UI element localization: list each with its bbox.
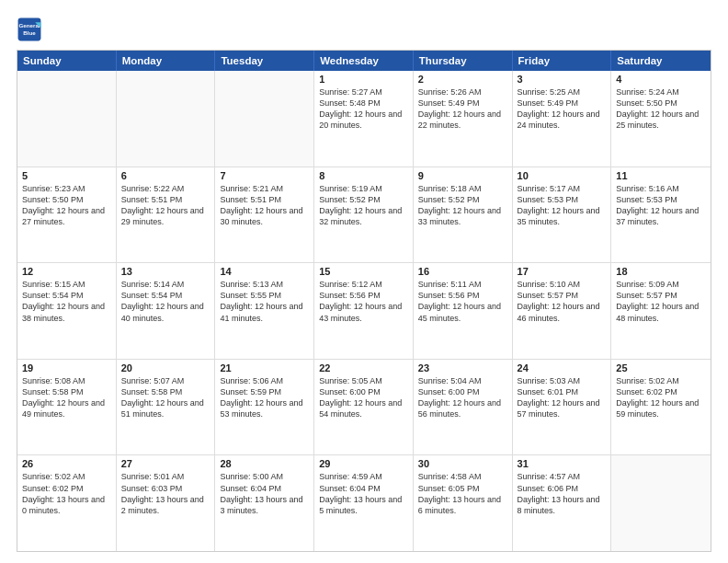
day-number: 13 bbox=[121, 266, 210, 277]
header-day-thursday: Thursday bbox=[414, 51, 513, 71]
day-cell-2: 2Sunrise: 5:26 AM Sunset: 5:49 PM Daylig… bbox=[414, 71, 513, 167]
day-number: 2 bbox=[418, 74, 507, 85]
calendar-week-2: 5Sunrise: 5:23 AM Sunset: 5:50 PM Daylig… bbox=[17, 167, 711, 264]
day-cell-empty bbox=[117, 71, 216, 167]
day-number: 23 bbox=[418, 362, 507, 373]
day-number: 26 bbox=[22, 458, 111, 469]
day-cell-30: 30Sunrise: 4:58 AM Sunset: 6:05 PM Dayli… bbox=[414, 455, 513, 551]
day-number: 20 bbox=[121, 362, 210, 373]
day-number: 3 bbox=[518, 74, 607, 85]
cell-info: Sunrise: 5:14 AM Sunset: 5:54 PM Dayligh… bbox=[121, 279, 210, 324]
day-cell-25: 25Sunrise: 5:02 AM Sunset: 6:02 PM Dayli… bbox=[611, 360, 711, 455]
cell-info: Sunrise: 5:16 AM Sunset: 5:53 PM Dayligh… bbox=[616, 183, 706, 228]
day-number: 8 bbox=[319, 170, 408, 181]
logo-icon: General Blue bbox=[17, 17, 42, 42]
day-number: 19 bbox=[22, 362, 111, 373]
cell-info: Sunrise: 5:04 AM Sunset: 6:00 PM Dayligh… bbox=[418, 375, 507, 420]
day-number: 6 bbox=[121, 170, 210, 181]
cell-info: Sunrise: 5:15 AM Sunset: 5:54 PM Dayligh… bbox=[22, 279, 111, 324]
logo: General Blue bbox=[17, 17, 46, 42]
day-cell-3: 3Sunrise: 5:25 AM Sunset: 5:49 PM Daylig… bbox=[513, 71, 612, 167]
page: General Blue SundayMondayTuesdayWednesda… bbox=[0, 0, 728, 563]
day-number: 21 bbox=[220, 362, 309, 373]
calendar-week-1: 1Sunrise: 5:27 AM Sunset: 5:48 PM Daylig… bbox=[17, 71, 711, 167]
day-cell-16: 16Sunrise: 5:11 AM Sunset: 5:56 PM Dayli… bbox=[414, 263, 513, 359]
day-number: 15 bbox=[319, 266, 408, 277]
cell-info: Sunrise: 5:01 AM Sunset: 6:03 PM Dayligh… bbox=[121, 471, 210, 516]
calendar-week-3: 12Sunrise: 5:15 AM Sunset: 5:54 PM Dayli… bbox=[17, 263, 711, 360]
day-cell-31: 31Sunrise: 4:57 AM Sunset: 6:06 PM Dayli… bbox=[513, 455, 612, 551]
day-number: 1 bbox=[319, 74, 408, 85]
day-cell-20: 20Sunrise: 5:07 AM Sunset: 5:58 PM Dayli… bbox=[117, 360, 216, 455]
day-cell-26: 26Sunrise: 5:02 AM Sunset: 6:02 PM Dayli… bbox=[17, 455, 117, 551]
header-day-friday: Friday bbox=[513, 51, 612, 71]
day-cell-17: 17Sunrise: 5:10 AM Sunset: 5:57 PM Dayli… bbox=[513, 263, 612, 359]
calendar-header: SundayMondayTuesdayWednesdayThursdayFrid… bbox=[17, 51, 711, 71]
header-day-monday: Monday bbox=[117, 51, 216, 71]
day-cell-29: 29Sunrise: 4:59 AM Sunset: 6:04 PM Dayli… bbox=[314, 455, 414, 551]
day-number: 25 bbox=[616, 362, 706, 373]
day-number: 17 bbox=[518, 266, 607, 277]
day-cell-12: 12Sunrise: 5:15 AM Sunset: 5:54 PM Dayli… bbox=[17, 263, 117, 359]
cell-info: Sunrise: 5:00 AM Sunset: 6:04 PM Dayligh… bbox=[220, 471, 309, 516]
svg-text:Blue: Blue bbox=[23, 29, 36, 36]
cell-info: Sunrise: 5:24 AM Sunset: 5:50 PM Dayligh… bbox=[616, 86, 706, 132]
cell-info: Sunrise: 5:06 AM Sunset: 5:59 PM Dayligh… bbox=[220, 375, 309, 420]
cell-info: Sunrise: 5:07 AM Sunset: 5:58 PM Dayligh… bbox=[121, 375, 210, 420]
day-number: 4 bbox=[616, 74, 706, 85]
day-number: 24 bbox=[518, 362, 607, 373]
cell-info: Sunrise: 5:02 AM Sunset: 6:02 PM Dayligh… bbox=[22, 471, 111, 516]
day-cell-11: 11Sunrise: 5:16 AM Sunset: 5:53 PM Dayli… bbox=[611, 167, 711, 263]
day-cell-24: 24Sunrise: 5:03 AM Sunset: 6:01 PM Dayli… bbox=[513, 360, 612, 455]
day-number: 27 bbox=[121, 458, 210, 469]
day-number: 29 bbox=[319, 458, 408, 469]
day-cell-23: 23Sunrise: 5:04 AM Sunset: 6:00 PM Dayli… bbox=[414, 360, 513, 455]
day-cell-10: 10Sunrise: 5:17 AM Sunset: 5:53 PM Dayli… bbox=[513, 167, 612, 263]
day-number: 11 bbox=[616, 170, 706, 181]
day-number: 10 bbox=[518, 170, 607, 181]
day-cell-27: 27Sunrise: 5:01 AM Sunset: 6:03 PM Dayli… bbox=[117, 455, 216, 551]
day-number: 28 bbox=[220, 458, 309, 469]
calendar-week-4: 19Sunrise: 5:08 AM Sunset: 5:58 PM Dayli… bbox=[17, 360, 711, 456]
day-cell-6: 6Sunrise: 5:22 AM Sunset: 5:51 PM Daylig… bbox=[117, 167, 216, 263]
day-number: 14 bbox=[220, 266, 309, 277]
day-cell-8: 8Sunrise: 5:19 AM Sunset: 5:52 PM Daylig… bbox=[314, 167, 414, 263]
day-cell-22: 22Sunrise: 5:05 AM Sunset: 6:00 PM Dayli… bbox=[314, 360, 414, 455]
day-cell-1: 1Sunrise: 5:27 AM Sunset: 5:48 PM Daylig… bbox=[314, 71, 414, 167]
day-cell-4: 4Sunrise: 5:24 AM Sunset: 5:50 PM Daylig… bbox=[611, 71, 711, 167]
cell-info: Sunrise: 5:23 AM Sunset: 5:50 PM Dayligh… bbox=[22, 183, 111, 228]
cell-info: Sunrise: 5:08 AM Sunset: 5:58 PM Dayligh… bbox=[22, 375, 111, 420]
calendar-week-5: 26Sunrise: 5:02 AM Sunset: 6:02 PM Dayli… bbox=[17, 455, 711, 551]
cell-info: Sunrise: 5:27 AM Sunset: 5:48 PM Dayligh… bbox=[319, 86, 408, 132]
day-cell-13: 13Sunrise: 5:14 AM Sunset: 5:54 PM Dayli… bbox=[117, 263, 216, 359]
day-number: 30 bbox=[418, 458, 507, 469]
day-cell-18: 18Sunrise: 5:09 AM Sunset: 5:57 PM Dayli… bbox=[611, 263, 711, 359]
cell-info: Sunrise: 4:59 AM Sunset: 6:04 PM Dayligh… bbox=[319, 471, 408, 516]
cell-info: Sunrise: 5:18 AM Sunset: 5:52 PM Dayligh… bbox=[418, 183, 507, 228]
header-day-saturday: Saturday bbox=[611, 51, 711, 71]
day-number: 12 bbox=[22, 266, 111, 277]
header-day-sunday: Sunday bbox=[17, 51, 117, 71]
header-day-tuesday: Tuesday bbox=[215, 51, 314, 71]
day-cell-empty bbox=[17, 71, 117, 167]
cell-info: Sunrise: 5:11 AM Sunset: 5:56 PM Dayligh… bbox=[418, 279, 507, 324]
cell-info: Sunrise: 5:26 AM Sunset: 5:49 PM Dayligh… bbox=[418, 86, 507, 132]
day-cell-empty bbox=[215, 71, 314, 167]
day-cell-empty bbox=[611, 455, 711, 551]
day-cell-21: 21Sunrise: 5:06 AM Sunset: 5:59 PM Dayli… bbox=[215, 360, 314, 455]
cell-info: Sunrise: 5:13 AM Sunset: 5:55 PM Dayligh… bbox=[220, 279, 309, 324]
header-day-wednesday: Wednesday bbox=[314, 51, 414, 71]
cell-info: Sunrise: 4:58 AM Sunset: 6:05 PM Dayligh… bbox=[418, 471, 507, 516]
cell-info: Sunrise: 5:12 AM Sunset: 5:56 PM Dayligh… bbox=[319, 279, 408, 324]
cell-info: Sunrise: 5:22 AM Sunset: 5:51 PM Dayligh… bbox=[121, 183, 210, 228]
calendar: SundayMondayTuesdayWednesdayThursdayFrid… bbox=[17, 50, 711, 552]
cell-info: Sunrise: 5:25 AM Sunset: 5:49 PM Dayligh… bbox=[518, 86, 607, 132]
header: General Blue bbox=[17, 17, 711, 42]
cell-info: Sunrise: 4:57 AM Sunset: 6:06 PM Dayligh… bbox=[518, 471, 607, 516]
cell-info: Sunrise: 5:03 AM Sunset: 6:01 PM Dayligh… bbox=[518, 375, 607, 420]
day-cell-15: 15Sunrise: 5:12 AM Sunset: 5:56 PM Dayli… bbox=[314, 263, 414, 359]
cell-info: Sunrise: 5:21 AM Sunset: 5:51 PM Dayligh… bbox=[220, 183, 309, 228]
cell-info: Sunrise: 5:19 AM Sunset: 5:52 PM Dayligh… bbox=[319, 183, 408, 228]
day-number: 18 bbox=[616, 266, 706, 277]
day-number: 5 bbox=[22, 170, 111, 181]
